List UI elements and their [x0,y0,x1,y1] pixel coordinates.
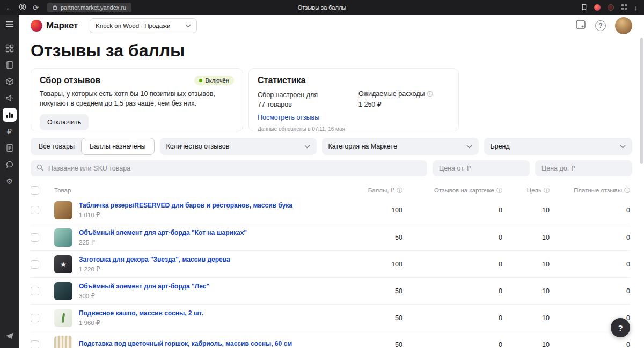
status-text: Включён [205,77,229,84]
yandex-market-logo-icon [31,20,42,32]
back-icon[interactable]: ← [5,4,12,11]
address-bar[interactable]: partner.market.yandex.ru [47,3,131,12]
row-checkbox[interactable] [31,260,39,269]
menu-toggle-icon[interactable] [5,21,14,27]
bookmark-icon[interactable] [581,4,587,12]
product-thumbnail [54,282,72,300]
gear-icon: ⚙ [6,177,13,185]
info-icon[interactable] [427,91,433,97]
info-icon[interactable] [544,188,550,194]
reviews-value: 0 [402,234,502,241]
product-link[interactable]: Табличка резерв/RESERVED для баров и рес… [79,202,292,209]
expenses-value: 1 250 ₽ [358,100,433,108]
row-checkbox[interactable] [31,314,39,322]
sidebar-item-support[interactable] [5,332,14,340]
brand-dropdown-label: Бренд [491,143,510,150]
column-header-paid[interactable]: Платные отзывы [550,187,630,194]
product-price: 1 010 ₽ [79,211,292,219]
reviews-value: 0 [402,314,502,322]
product-link[interactable]: Подставка под цветочный горшок, кабриоль… [79,340,292,347]
scrollbar-thumb[interactable] [640,38,643,164]
product-link[interactable]: Объёмный элемент для арт-борда "Кот на ш… [79,229,247,236]
product-link[interactable]: Заготовка для декора "Звезда", массив де… [79,256,230,263]
tab-points-assigned[interactable]: Баллы назначены [81,138,155,155]
brand-dropdown[interactable]: Бренд [484,138,632,155]
chevron-down-icon [304,143,310,150]
sidebar-item-finance[interactable]: ₽ [3,124,17,138]
app-header: Маркет Knock on Wood · Продажи ? [19,15,644,36]
points-value: 50 [334,234,402,241]
column-header-product[interactable]: Товар [54,187,334,194]
reviews-count-dropdown[interactable]: Количество отзывов [160,138,317,155]
avatar[interactable] [615,17,632,34]
sidebar-item-settings[interactable]: ⚙ [3,174,17,188]
reload-icon[interactable]: ⟳ [33,4,39,11]
row-checkbox[interactable] [31,340,39,348]
product-price: 1 220 ₽ [79,265,230,273]
paid-reviews-value: 0 [550,234,630,241]
row-checkbox[interactable] [31,233,39,242]
info-icon[interactable] [397,188,402,194]
sidebar-item-chat[interactable] [3,158,17,172]
reviews-value: 0 [402,206,502,214]
view-reviews-link[interactable]: Посмотреть отзывы [258,114,319,121]
select-all-checkbox[interactable] [31,186,39,195]
help-icon[interactable]: ? [595,20,606,31]
sidebar-item-promotion[interactable] [3,91,17,105]
filters-row: Все товары Баллы назначены Количество от… [19,138,644,155]
category-dropdown[interactable]: Категория на Маркете [322,138,479,155]
sidebar-item-orders[interactable] [3,75,17,88]
search-input[interactable] [47,164,421,173]
sidebar-item-catalog[interactable] [3,58,17,72]
download-icon[interactable]: ↓ [634,4,638,11]
price-from-input[interactable] [433,160,530,176]
reviews-count-dropdown-label: Количество отзывов [166,143,230,150]
category-dropdown-label: Категория на Маркете [328,143,397,150]
help-fab-button[interactable]: ? [611,318,630,337]
product-price: 225 ₽ [79,239,247,246]
row-checkbox[interactable] [31,287,39,295]
product-tabs: Все товары Баллы назначены [31,138,155,155]
column-header-reviews[interactable]: Отзывов на карточке [402,187,502,194]
business-selector[interactable]: Knock on Wood · Продажи [90,18,197,33]
profile-icon[interactable] [19,3,26,12]
notifications-icon[interactable] [575,19,586,32]
review-collection-card: Сбор отзывов Включён Товары, у которых е… [31,68,243,131]
column-header-goal-label: Цель [527,187,541,194]
main-content: Маркет Knock on Wood · Продажи ? Отзывы … [19,15,644,348]
column-header-goal[interactable]: Цель [502,187,550,194]
extensions-menu-icon[interactable] [621,4,627,11]
goal-value: 10 [502,341,550,348]
search-icon [36,164,43,173]
sidebar-item-dashboard[interactable] [3,41,17,55]
goal-value: 10 [502,314,550,322]
row-checkbox[interactable] [31,206,39,214]
tab-title: Отзывы за баллы [298,4,346,11]
table-row: Заготовка для декора "Звезда", массив де… [31,250,630,277]
chevron-down-icon [185,23,191,29]
sidebar: ₽ ⚙ [0,15,19,348]
product-thumbnail [54,228,72,247]
ruble-icon: ₽ [7,128,12,135]
chevron-down-icon [466,143,472,150]
product-thumbnail [54,336,72,348]
extension-icon[interactable] [594,4,601,11]
lock-icon [53,4,57,11]
price-to-input[interactable] [535,160,632,176]
disable-button[interactable]: Отключить [40,114,89,130]
extension-icon-2[interactable] [608,4,614,11]
product-link[interactable]: Подвесное кашпо, массив сосны, 2 шт. [79,309,203,317]
sidebar-item-documents[interactable] [3,141,17,155]
column-header-points[interactable]: Баллы, ₽ [334,187,402,194]
product-link[interactable]: Объёмный элемент для арт-борда "Лес" [79,283,209,290]
market-logo[interactable]: Маркет [31,20,78,32]
table-row: Подвесное кашпо, массив сосны, 2 шт. 1 9… [31,304,630,331]
product-price: 300 ₽ [79,292,209,300]
sidebar-item-analytics[interactable] [3,108,17,122]
info-icon[interactable] [496,188,502,194]
table-row: Объёмный элемент для арт-борда "Кот на ш… [31,224,630,250]
tab-all-products[interactable]: Все товары [31,138,83,155]
collection-card-title: Сбор отзывов [40,76,100,85]
info-icon[interactable] [624,188,630,194]
status-badge: Включён [194,76,234,85]
